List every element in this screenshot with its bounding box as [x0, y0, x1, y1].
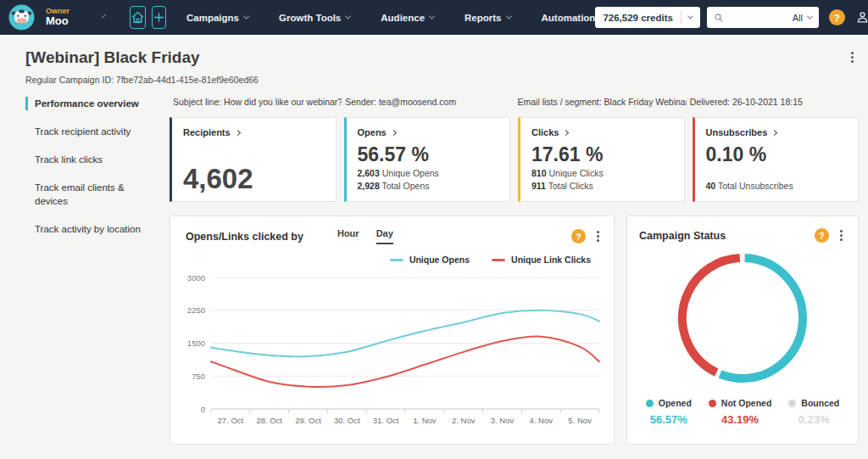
legend-unique-opens[interactable]: Unique Opens — [390, 255, 470, 265]
question-mark-icon: ? — [819, 231, 824, 241]
not-opened-value: 43.19% — [721, 413, 759, 426]
toggle-hour[interactable]: Hour — [337, 228, 359, 244]
unique-link-clicks-swatch — [492, 259, 505, 261]
svg-text:1500: 1500 — [187, 339, 205, 348]
not-opened-label: Not Opened — [721, 398, 772, 408]
stat-cards-row: Recipients 4,602 Opens 56.57 % 2,603 Uni… — [170, 117, 859, 202]
campaign-status-title: Campaign Status — [639, 230, 726, 242]
sidebar-item-email-clients-devices[interactable]: Track email clients & devices — [25, 181, 151, 208]
toggle-day[interactable]: Day — [376, 228, 393, 244]
help-button[interactable]: ? — [829, 9, 845, 25]
meta-delivered: Delivered: 26-10-2021 18:15 — [687, 97, 859, 107]
bounced-label: Bounced — [801, 398, 839, 408]
home-icon — [131, 10, 145, 25]
campaign-status-donut-chart[interactable] — [674, 249, 811, 387]
recipients-card-link[interactable]: Recipients — [183, 127, 325, 137]
chevron-down-icon — [807, 14, 813, 20]
chart-kebab-menu-icon[interactable] — [597, 235, 599, 238]
nav-item-campaigns[interactable]: Campaigns — [186, 13, 248, 23]
card-label: Unsubscribes — [706, 127, 768, 137]
chevron-right-icon — [235, 129, 241, 135]
question-mark-icon: ? — [834, 13, 840, 23]
account-switcher[interactable]: Owner Moo — [46, 7, 70, 28]
chart-panel-title: Opens/Links clicked by — [186, 231, 303, 243]
opened-label: Opened — [659, 398, 692, 408]
campaign-status-legend: Opened 56.57% Not Opened 43.19% — [639, 398, 846, 426]
legend-label: Unique Link Clicks — [511, 255, 591, 265]
svg-text:27. Oct: 27. Oct — [218, 416, 244, 425]
svg-text:3000: 3000 — [187, 273, 205, 283]
svg-text:0: 0 — [201, 405, 205, 414]
total-unsubscribes-count: 40 — [706, 181, 716, 191]
user-menu[interactable] — [855, 10, 868, 25]
home-button[interactable] — [130, 6, 146, 29]
chart-help-button[interactable]: ? — [571, 229, 586, 243]
svg-text:5. Nov: 5. Nov — [568, 416, 592, 425]
card-label: Recipients — [183, 127, 231, 137]
chart-legend: Unique Opens Unique Link Clicks — [186, 255, 591, 265]
nav-item-automation[interactable]: Automation — [542, 13, 596, 23]
search-filter-value: All — [793, 13, 803, 23]
meta-subject-line: Subject line: How did you like our webin… — [170, 97, 342, 107]
sidebar-item-recipient-activity[interactable]: Track recipient activity — [25, 125, 151, 138]
card-label: Opens — [358, 127, 387, 137]
top-navbar: Owner Moo Campaigns Growth Tools Audienc… — [0, 0, 868, 35]
clicks-card-link[interactable]: Clicks — [531, 127, 673, 137]
svg-text:30. Oct: 30. Oct — [334, 416, 360, 425]
campaign-status-kebab-menu-icon[interactable] — [840, 234, 843, 237]
unique-opens-swatch — [390, 259, 403, 261]
page-title: [Webinar] Black Friday — [25, 48, 200, 67]
nav-item-reports[interactable]: Reports — [465, 13, 510, 23]
total-unsubscribes-label: Total Unsubscribes — [718, 181, 793, 191]
nav-label: Growth Tools — [279, 13, 341, 23]
sidebar-item-activity-by-location[interactable]: Track activity by location — [25, 222, 151, 236]
unique-opens-count: 2,603 — [358, 168, 380, 178]
search-filter-dropdown[interactable]: All — [793, 13, 812, 23]
global-search[interactable]: All — [707, 7, 819, 28]
campaign-status-help-button[interactable]: ? — [815, 228, 829, 243]
question-mark-icon: ? — [576, 232, 581, 242]
card-label: Clicks — [531, 127, 559, 137]
opens-links-line-chart[interactable]: 075015002250300027. Oct28. Oct29. Oct30.… — [186, 265, 603, 431]
svg-text:4. Nov: 4. Nov — [530, 416, 554, 425]
account-chevron-down-icon[interactable] — [102, 14, 105, 18]
opens-details: 2,603 Unique Opens 2,928 Total Opens — [358, 167, 499, 193]
svg-text:31. Oct: 31. Oct — [373, 416, 399, 425]
unsubscribes-card-link[interactable]: Unsubscribes — [706, 127, 848, 137]
create-new-button[interactable] — [152, 6, 166, 29]
sidebar-item-link-clicks[interactable]: Track link clicks — [25, 153, 151, 166]
chevron-down-icon — [345, 14, 351, 20]
chevron-down-icon — [687, 14, 693, 20]
svg-text:2250: 2250 — [187, 305, 205, 315]
total-opens-label: Total Opens — [382, 181, 430, 191]
bounced-swatch — [788, 400, 796, 407]
opens-card-link[interactable]: Opens — [358, 127, 499, 137]
opens-card: Opens 56.57 % 2,603 Unique Opens 2,928 T… — [344, 117, 511, 202]
opened-value: 56.57% — [650, 413, 687, 426]
nav-label: Automation — [542, 13, 596, 23]
nav-label: Campaigns — [186, 13, 239, 23]
clicks-rate: 17.61 % — [531, 145, 673, 165]
meta-sender: Sender: tea@moosend.com — [342, 97, 514, 107]
opened-swatch — [646, 400, 654, 407]
legend-unique-link-clicks[interactable]: Unique Link Clicks — [492, 255, 591, 265]
nav-item-audience[interactable]: Audience — [381, 13, 434, 23]
unsubscribes-card: Unsubscribes 0.10 % 40 Total Unsubscribe… — [693, 117, 860, 202]
chevron-down-icon — [505, 14, 511, 20]
svg-text:29. Oct: 29. Oct — [295, 416, 321, 425]
report-sidebar: Performance overview Track recipient act… — [25, 97, 170, 445]
search-input[interactable] — [728, 13, 793, 23]
meta-email-lists: Email lists / segment: Black Friday Webi… — [515, 97, 687, 107]
page-kebab-menu-icon[interactable] — [851, 56, 854, 59]
unique-clicks-count: 810 — [531, 168, 547, 178]
sidebar-item-performance-overview[interactable]: Performance overview — [25, 97, 151, 110]
recipients-card: Recipients 4,602 — [170, 117, 337, 202]
clicks-card: Clicks 17.61 % 810 Unique Clicks911 Tota… — [518, 117, 685, 202]
recipients-count: 4,602 — [183, 165, 325, 193]
credits-dropdown[interactable]: 726,529 credits — [595, 7, 699, 28]
chevron-down-icon — [243, 14, 249, 20]
nav-item-growth-tools[interactable]: Growth Tools — [279, 13, 350, 23]
legend-opened: Opened 56.57% — [646, 398, 692, 426]
moosend-cow-logo[interactable] — [8, 4, 35, 31]
svg-text:750: 750 — [192, 372, 205, 381]
